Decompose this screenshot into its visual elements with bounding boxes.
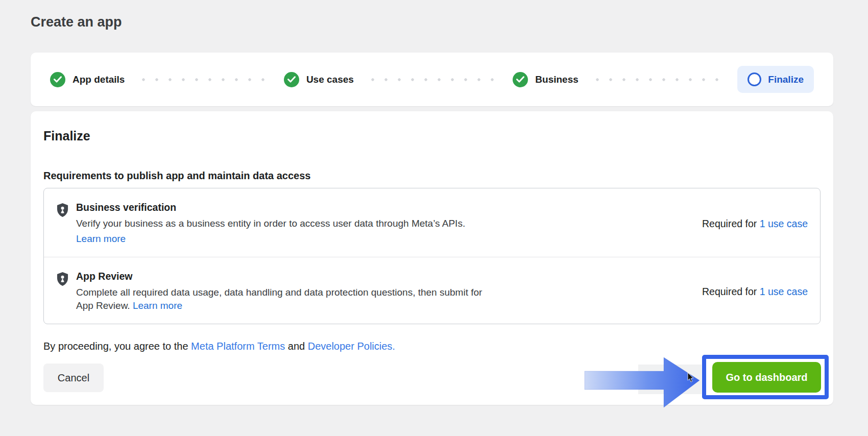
shield-person-icon [56,203,69,246]
terms-text: and [285,341,307,352]
panel-heading: Finalize [43,129,821,143]
learn-more-link[interactable]: Learn more [133,300,182,311]
step-separator-dots [366,78,500,81]
use-case-link[interactable]: 1 use case [760,286,808,297]
step-separator-dots [137,78,271,81]
go-to-dashboard-button[interactable]: Go to dashboard [712,362,821,393]
step-use-cases[interactable]: Use cases [284,72,354,87]
terms-notice: By proceeding, you agree to the Meta Pla… [43,341,821,352]
current-step-circle-icon [748,72,761,86]
step-app-details[interactable]: App details [50,72,125,87]
step-label: App details [73,74,125,85]
required-for-text: Required for [702,286,760,297]
annotation-arrow-icon [582,356,702,409]
requirement-title: App Review [76,271,495,282]
requirements-subheading: Requirements to publish app and maintain… [43,170,821,182]
requirement-app-review: App Review Complete all required data us… [44,257,820,324]
requirement-title: Business verification [76,202,465,213]
meta-platform-terms-link[interactable]: Meta Platform Terms [191,341,285,352]
requirements-list: Business verification Verify your busine… [43,188,821,324]
check-icon [513,72,528,87]
cancel-button[interactable]: Cancel [43,364,104,392]
terms-text: By proceeding, you agree to the [43,341,191,352]
check-icon [50,72,65,87]
shield-person-icon [56,272,69,312]
step-label: Finalize [768,74,804,85]
page-title: Create an app [31,14,122,30]
mouse-cursor-icon [687,373,694,385]
step-finalize-current[interactable]: Finalize [737,66,814,93]
step-label: Use cases [306,74,354,85]
required-for-text: Required for [702,218,760,229]
learn-more-link[interactable]: Learn more [76,232,126,246]
stepper: App details Use cases Business Finalize [31,53,833,106]
finalize-panel: Finalize Requirements to publish app and… [31,111,833,405]
step-separator-dots [591,78,725,81]
requirement-description: Verify your business as a business entit… [76,218,465,229]
developer-policies-link[interactable]: Developer Policies. [308,341,395,352]
check-icon [284,72,299,87]
requirement-business-verification: Business verification Verify your busine… [44,188,820,257]
use-case-link[interactable]: 1 use case [760,218,808,229]
step-business[interactable]: Business [513,72,578,87]
step-label: Business [535,74,578,85]
